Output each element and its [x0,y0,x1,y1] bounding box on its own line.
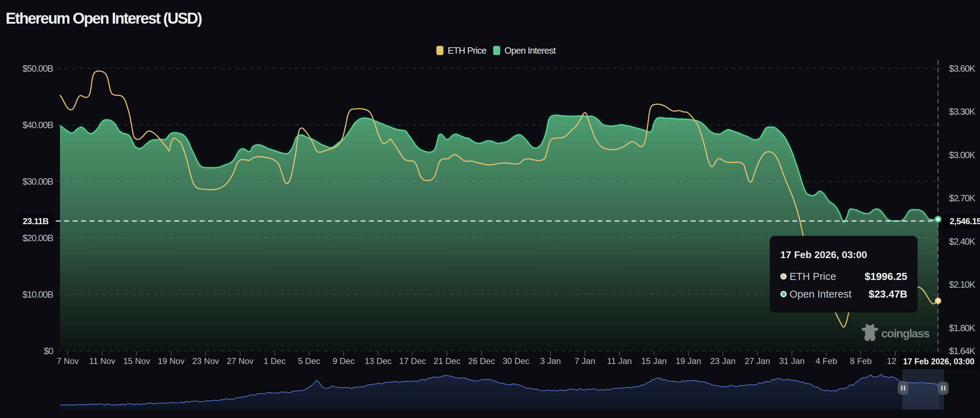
svg-text:$23.47B: $23.47B [869,289,907,300]
svg-text:15 Jan: 15 Jan [641,356,667,366]
svg-text:17 Feb 2026, 03:00: 17 Feb 2026, 03:00 [903,357,974,366]
svg-text:ETH Price: ETH Price [789,271,836,282]
svg-text:$1.80K: $1.80K [949,323,976,333]
svg-text:19 Jan: 19 Jan [676,356,701,366]
svg-text:1 Dec: 1 Dec [264,356,286,366]
svg-text:23.11B: 23.11B [22,216,48,226]
svg-text:26 Dec: 26 Dec [468,356,495,366]
svg-text:ETH Price: ETH Price [448,45,487,56]
svg-text:30 Dec: 30 Dec [503,356,530,366]
svg-text:$3.00K: $3.00K [949,150,976,160]
svg-text:$20.00B: $20.00B [22,233,53,243]
svg-text:15 Nov: 15 Nov [123,356,150,366]
svg-text:11 Nov: 11 Nov [89,356,115,366]
svg-text:$1996.25: $1996.25 [865,271,907,282]
svg-text:$10.00B: $10.00B [22,289,53,300]
svg-text:$40.00B: $40.00B [22,120,53,130]
svg-text:17 Feb 2026, 03:00: 17 Feb 2026, 03:00 [780,249,867,260]
svg-text:23 Nov: 23 Nov [192,356,219,366]
svg-text:11 Jan: 11 Jan [607,356,632,366]
svg-text:coinglass: coinglass [881,327,929,340]
svg-text:7 Jan: 7 Jan [575,356,595,366]
svg-text:13 Dec: 13 Dec [365,356,391,366]
svg-text:$3.30K: $3.30K [949,106,976,117]
svg-text:9 Dec: 9 Dec [332,356,355,366]
svg-text:27 Nov: 27 Nov [227,356,254,366]
svg-text:$0: $0 [44,346,53,356]
svg-text:Open Interest: Open Interest [789,289,851,300]
svg-text:Ethereum Open Interest (USD): Ethereum Open Interest (USD) [6,10,202,27]
svg-text:8 Feb: 8 Feb [850,356,872,366]
svg-text:$2.10K: $2.10K [949,279,976,290]
svg-text:2,546.15: 2,546.15 [950,216,980,226]
svg-text:Open Interest: Open Interest [504,45,556,56]
svg-text:3 Jan: 3 Jan [540,356,561,366]
svg-text:31 Jan: 31 Jan [779,356,805,366]
svg-text:$2.70K: $2.70K [949,193,976,203]
svg-text:21 Dec: 21 Dec [434,356,460,366]
svg-text:17 Dec: 17 Dec [399,356,426,366]
svg-text:23 Jan: 23 Jan [710,356,735,366]
svg-text:7 Nov: 7 Nov [57,356,79,366]
svg-text:19 Nov: 19 Nov [158,356,185,366]
svg-text:5 Dec: 5 Dec [298,356,320,366]
svg-text:4 Feb: 4 Feb [816,356,837,366]
svg-text:$2.40K: $2.40K [949,236,976,247]
svg-text:$50.00B: $50.00B [22,63,53,74]
svg-text:$30.00B: $30.00B [22,176,53,187]
svg-text:$3.60K: $3.60K [949,63,976,74]
svg-text:27 Jan: 27 Jan [745,356,770,366]
